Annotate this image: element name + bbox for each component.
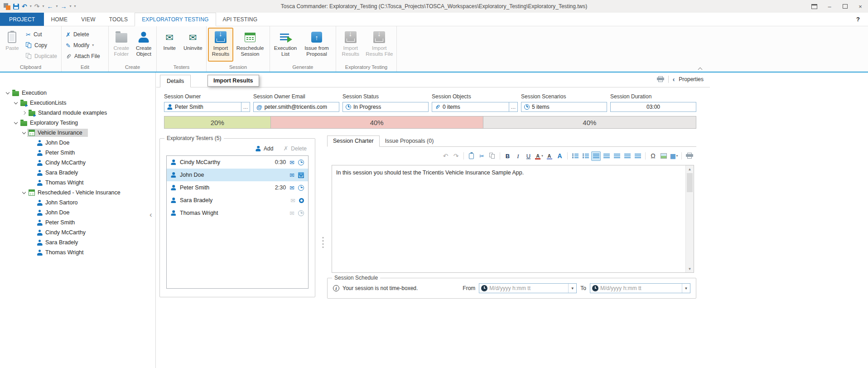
insert-image-button[interactable] <box>659 151 668 161</box>
tree-item-rescheduled-vehicle-insurance[interactable]: Rescheduled - Vehicle Insurance <box>0 188 155 198</box>
scroll-up-arrow-icon[interactable]: ▲ <box>686 165 694 173</box>
issue-from-proposal-button[interactable]: Issue from Proposal <box>299 28 334 62</box>
paste-button[interactable]: Paste <box>1 28 23 62</box>
align-right-button[interactable] <box>612 151 622 161</box>
tree-expanded-arrow-icon[interactable] <box>21 192 27 194</box>
tree-item-sara-bradely[interactable]: Sara Bradely <box>0 237 155 247</box>
tree-item-thomas-wright[interactable]: Thomas Wright <box>0 178 155 188</box>
font-size-button[interactable]: A <box>555 151 564 161</box>
copy-button[interactable] <box>487 151 497 161</box>
tree-item-thomas-wright[interactable]: Thomas Wright <box>0 247 155 257</box>
tab-api-testing[interactable]: API TESTING <box>216 13 265 26</box>
tab-tools[interactable]: TOOLS <box>102 13 135 26</box>
undo-button[interactable]: ↶ <box>441 151 450 161</box>
align-left-button[interactable] <box>591 151 601 161</box>
editor-scrollbar[interactable]: ▲ ▼ <box>685 165 694 272</box>
tree-expanded-arrow-icon[interactable] <box>13 122 19 124</box>
special-character-button[interactable]: Ω <box>648 151 658 161</box>
back-button[interactable]: ← <box>47 3 53 10</box>
italic-button[interactable]: I <box>513 151 523 161</box>
session-charter-editor[interactable]: In this session you should test the Tric… <box>332 165 694 273</box>
session-status-input[interactable]: In Progress <box>342 102 429 112</box>
collapse-tree-button[interactable]: ‹ <box>149 211 152 218</box>
scrollbar-thumb[interactable] <box>687 173 693 192</box>
maximize-button[interactable] <box>837 0 853 13</box>
tab-project[interactable]: PROJECT <box>0 13 44 26</box>
print-button[interactable] <box>657 76 664 82</box>
save-button[interactable] <box>13 4 19 10</box>
indent-button[interactable] <box>633 151 642 161</box>
collapse-ribbon-button[interactable] <box>699 66 703 70</box>
redo-dropdown-caret[interactable]: ▾ <box>42 5 44 8</box>
tester-row-john-doe[interactable]: John Doe✉ <box>167 169 308 181</box>
back-dropdown-caret[interactable]: ▾ <box>56 5 58 8</box>
import-results-button[interactable]: Import Results <box>208 28 233 62</box>
bullet-list-button[interactable] <box>581 151 590 161</box>
tree-item-cindy-mccarthy[interactable]: Cindy McCarthy <box>0 228 155 237</box>
tree-item-peter-smith[interactable]: Peter Smith <box>0 218 155 228</box>
cut-button[interactable]: ✂ <box>477 151 487 161</box>
paste-button[interactable] <box>467 151 476 161</box>
session-objects-input[interactable]: 0 items … <box>432 102 518 112</box>
forward-button[interactable]: → <box>61 3 67 10</box>
copy-button[interactable]: Copy <box>23 40 60 50</box>
tree-expanded-arrow-icon[interactable] <box>21 132 27 134</box>
import-results-file-button[interactable]: Import Results File <box>364 28 395 62</box>
tree-item-john-doe[interactable]: John Doe <box>0 208 155 218</box>
to-datetime-input[interactable]: M/d/yyyy h:mm tt ▼ <box>590 283 690 293</box>
tree-item-john-sartoro[interactable]: John Sartoro <box>0 198 155 208</box>
text-highlight-button[interactable]: A <box>545 151 554 161</box>
cut-button[interactable]: ✂ Cut <box>23 29 60 39</box>
session-objects-browse-button[interactable]: … <box>509 102 517 111</box>
delete-button[interactable]: ✗ Delete <box>63 29 103 39</box>
underline-button[interactable]: U <box>524 151 533 161</box>
help-button[interactable]: ? <box>848 13 868 26</box>
duplicate-button[interactable]: Duplicate <box>23 51 60 61</box>
from-dropdown-button[interactable]: ▼ <box>568 284 576 293</box>
session-owner-browse-button[interactable]: … <box>241 102 250 111</box>
tab-exploratory-testing[interactable]: EXPLORATORY TESTING <box>135 13 216 26</box>
uninvite-button[interactable]: ✉ Uninvite <box>181 28 205 62</box>
undo-dropdown-caret[interactable]: ▾ <box>30 5 32 8</box>
attach-file-button[interactable]: Attach File <box>63 51 103 61</box>
window-mode-button[interactable] <box>806 0 822 13</box>
session-owner-email-input[interactable]: @ peter.smith@tricentis.com <box>253 102 339 112</box>
tree-item-executionlists[interactable]: ExecutionLists <box>0 98 155 108</box>
tester-row-thomas-wright[interactable]: Thomas Wright✉ <box>167 207 308 219</box>
numbered-list-button[interactable] <box>570 151 580 161</box>
undo-button[interactable]: ↶ <box>22 3 27 10</box>
print-button[interactable] <box>685 151 694 161</box>
tree-item-peter-smith[interactable]: Peter Smith <box>0 148 155 158</box>
tester-row-peter-smith[interactable]: Peter Smith2:30✉ <box>167 181 308 194</box>
bold-button[interactable]: B <box>503 151 512 161</box>
forward-dropdown-caret[interactable]: ▾ <box>70 5 72 8</box>
tree-item-exploratory-testing[interactable]: Exploratory Testing <box>0 118 155 128</box>
redo-button[interactable]: ↷ <box>34 3 40 10</box>
create-folder-button[interactable]: Create Folder <box>110 28 133 62</box>
tree-collapsed-arrow-icon[interactable] <box>21 111 27 114</box>
reschedule-session-button[interactable]: Reschedule Session <box>233 28 267 62</box>
tab-details[interactable]: Details <box>160 75 191 87</box>
add-tester-button[interactable]: Add <box>256 145 273 152</box>
splitter-handle[interactable] <box>322 236 324 249</box>
tab-view[interactable]: VIEW <box>74 13 102 26</box>
session-scenarios-input[interactable]: 5 items <box>521 102 607 112</box>
scroll-down-arrow-icon[interactable]: ▼ <box>686 265 694 272</box>
create-object-button[interactable]: Create Object <box>133 28 155 62</box>
session-owner-input[interactable]: Peter Smith … <box>164 102 250 112</box>
minimize-button[interactable]: – <box>822 0 837 13</box>
tree-item-john-doe[interactable]: John Doe <box>0 138 155 148</box>
tree-item-vehicle-insurance[interactable]: Vehicle Insurance <box>0 128 155 138</box>
customize-toolbar-button[interactable]: ▾ <box>74 5 76 8</box>
invite-button[interactable]: ✉ Invite <box>158 28 181 62</box>
close-button[interactable]: × <box>853 0 868 13</box>
tree-item-sara-bradely[interactable]: Sara Bradely <box>0 168 155 178</box>
tab-issue-proposals[interactable]: Issue Proposals (0) <box>380 136 439 146</box>
properties-button[interactable]: Properties <box>679 76 704 82</box>
tester-row-sara-bradely[interactable]: Sara Bradely✉ <box>167 194 308 207</box>
modify-dropdown-caret[interactable]: ▾ <box>92 44 94 47</box>
delete-tester-button[interactable]: ✗ Delete <box>283 145 307 152</box>
tab-session-charter[interactable]: Session Charter <box>327 136 380 147</box>
from-datetime-input[interactable]: M/d/yyyy h:mm tt ▼ <box>479 283 577 293</box>
align-justify-button[interactable] <box>622 151 632 161</box>
